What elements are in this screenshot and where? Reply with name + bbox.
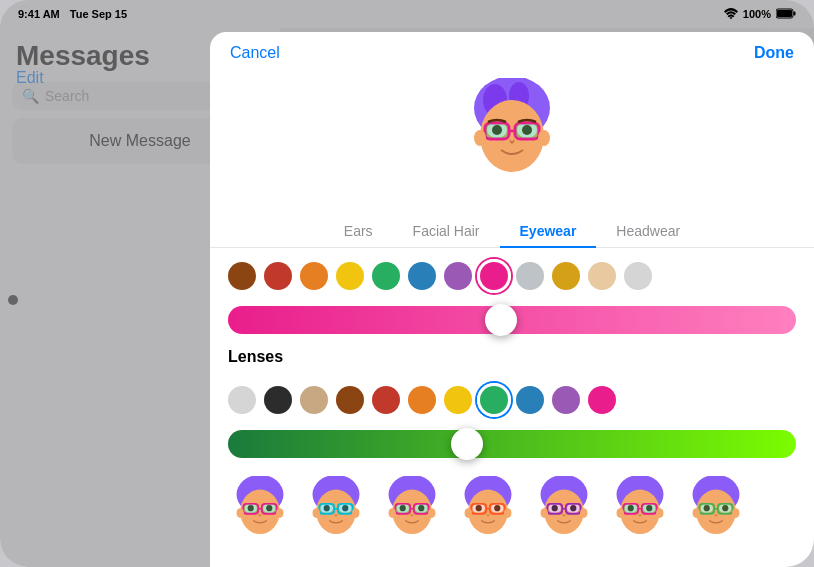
svg-rect-120 — [718, 504, 732, 513]
frame-swatch-1[interactable] — [264, 262, 292, 290]
emoji-variant-1[interactable] — [298, 476, 374, 548]
svg-point-92 — [580, 508, 587, 518]
svg-point-62 — [428, 508, 435, 518]
svg-rect-59 — [396, 504, 410, 513]
memoji-editor-modal: Cancel Done — [210, 32, 814, 567]
svg-rect-29 — [244, 504, 258, 513]
ipad-frame: 9:41 AM Tue Sep 15 100% Edit ✏️ Messages… — [0, 0, 814, 567]
lenses-section-label: Lenses — [210, 344, 814, 372]
tab-facial-hair[interactable]: Facial Hair — [393, 215, 500, 247]
tab-headwear[interactable]: Headwear — [596, 215, 700, 247]
lens-swatch-4[interactable] — [372, 386, 400, 414]
frame-color-swatches — [210, 248, 814, 296]
svg-point-61 — [389, 508, 396, 518]
lens-swatch-2[interactable] — [300, 386, 328, 414]
tab-ears[interactable]: Ears — [324, 215, 393, 247]
svg-rect-75 — [490, 504, 504, 513]
lens-color-swatches — [210, 372, 814, 420]
frame-swatch-7[interactable] — [480, 262, 508, 290]
lens-swatch-6[interactable] — [444, 386, 472, 414]
frame-swatch-4[interactable] — [372, 262, 400, 290]
svg-rect-104 — [624, 504, 638, 513]
svg-point-32 — [276, 508, 283, 518]
frame-swatch-6[interactable] — [444, 262, 472, 290]
svg-rect-119 — [700, 504, 714, 513]
modal-done-button[interactable]: Done — [754, 44, 794, 62]
svg-rect-2 — [794, 11, 796, 15]
frame-swatch-11[interactable] — [624, 262, 652, 290]
svg-rect-45 — [338, 504, 352, 513]
wifi-icon — [724, 8, 738, 21]
modal-header: Cancel Done — [210, 32, 814, 74]
frame-swatch-10[interactable] — [588, 262, 616, 290]
frame-slider-thumb[interactable] — [485, 304, 517, 336]
frame-swatch-8[interactable] — [516, 262, 544, 290]
lens-swatch-3[interactable] — [336, 386, 364, 414]
svg-rect-60 — [414, 504, 428, 513]
category-tabs: Ears Facial Hair Eyewear Headwear — [210, 215, 814, 248]
lens-swatch-9[interactable] — [552, 386, 580, 414]
frame-swatch-2[interactable] — [300, 262, 328, 290]
frame-swatch-9[interactable] — [552, 262, 580, 290]
frame-color-slider[interactable] — [210, 296, 814, 344]
emoji-variant-2[interactable] — [374, 476, 450, 548]
memoji-variants-row — [210, 468, 814, 556]
svg-rect-1 — [777, 10, 792, 17]
svg-rect-44 — [320, 504, 334, 513]
svg-point-121 — [693, 508, 700, 518]
emoji-variant-4[interactable] — [526, 476, 602, 548]
emoji-variant-0[interactable] — [222, 476, 298, 548]
svg-rect-30 — [262, 504, 276, 513]
svg-point-31 — [237, 508, 244, 518]
svg-rect-89 — [548, 504, 562, 513]
svg-rect-74 — [472, 504, 486, 513]
modal-cancel-button[interactable]: Cancel — [230, 44, 280, 62]
svg-point-17 — [538, 130, 550, 146]
emoji-variant-5[interactable] — [602, 476, 678, 548]
lens-swatch-7[interactable] — [480, 386, 508, 414]
emoji-variant-6[interactable] — [678, 476, 754, 548]
svg-point-47 — [352, 508, 359, 518]
battery-label: 100% — [743, 8, 771, 20]
svg-rect-14 — [486, 124, 508, 138]
lens-swatch-8[interactable] — [516, 386, 544, 414]
lens-swatch-5[interactable] — [408, 386, 436, 414]
svg-rect-15 — [516, 124, 538, 138]
time-label: 9:41 AM — [18, 8, 60, 20]
frame-swatch-3[interactable] — [336, 262, 364, 290]
memoji-avatar — [457, 78, 567, 203]
lens-color-slider[interactable] — [210, 420, 814, 468]
svg-point-107 — [656, 508, 663, 518]
avatar-preview — [210, 74, 814, 215]
lens-swatch-0[interactable] — [228, 386, 256, 414]
lens-swatch-10[interactable] — [588, 386, 616, 414]
svg-rect-105 — [642, 504, 656, 513]
lens-swatch-1[interactable] — [264, 386, 292, 414]
svg-point-46 — [313, 508, 320, 518]
svg-point-122 — [732, 508, 739, 518]
tab-eyewear[interactable]: Eyewear — [500, 215, 597, 247]
frame-swatch-5[interactable] — [408, 262, 436, 290]
frame-swatch-0[interactable] — [228, 262, 256, 290]
svg-point-77 — [504, 508, 511, 518]
svg-rect-90 — [566, 504, 580, 513]
svg-point-76 — [465, 508, 472, 518]
lens-slider-thumb[interactable] — [451, 428, 483, 460]
svg-point-16 — [474, 130, 486, 146]
emoji-variant-3[interactable] — [450, 476, 526, 548]
status-bar: 9:41 AM Tue Sep 15 100% — [0, 0, 814, 28]
date-label: Tue Sep 15 — [70, 8, 127, 20]
svg-point-91 — [541, 508, 548, 518]
svg-point-106 — [617, 508, 624, 518]
battery-icon — [776, 8, 796, 21]
